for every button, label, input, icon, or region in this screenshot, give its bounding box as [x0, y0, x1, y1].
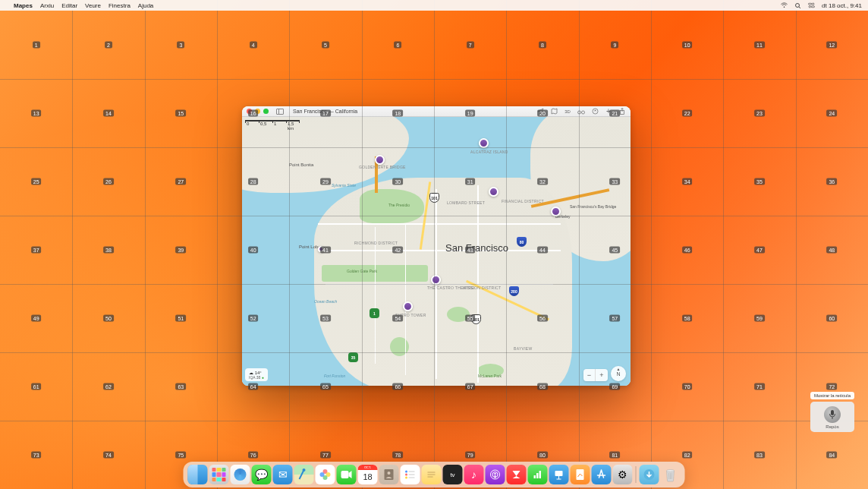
label-baybridge: San Francisco's Bay Bridge [570, 204, 616, 209]
dock-finder[interactable] [188, 465, 208, 484]
svg-point-41 [667, 470, 675, 472]
menu-window[interactable]: Finestra [108, 2, 131, 9]
svg-point-21 [405, 471, 407, 473]
add-icon[interactable]: + [605, 108, 612, 115]
map-pin[interactable] [431, 275, 441, 285]
share-icon[interactable] [618, 108, 626, 115]
svg-rect-18 [341, 471, 349, 478]
dock-news[interactable] [507, 465, 527, 484]
map-pin[interactable] [489, 187, 498, 197]
dock-notes[interactable] [422, 465, 442, 484]
dock-safari[interactable] [231, 465, 250, 484]
dock-settings[interactable]: ⚙ [613, 465, 633, 484]
svg-point-9 [593, 109, 598, 114]
dock-separator [636, 466, 637, 483]
close-button[interactable] [247, 109, 252, 114]
map-pin[interactable] [479, 138, 489, 148]
mode-3d-button[interactable]: 3D [564, 108, 571, 115]
zoom-out-button[interactable]: − [583, 369, 596, 381]
menubar: Mapes Arxiu Editar Veure Finestra Ajuda … [0, 0, 868, 11]
directions-icon[interactable] [591, 108, 599, 115]
menu-help[interactable]: Ajuda [138, 2, 153, 9]
voice-status-label: Repòs [813, 424, 851, 429]
minimize-button[interactable] [255, 109, 260, 114]
highway-shield-101: 101 [471, 314, 481, 324]
calendar-month: OCT. [358, 465, 378, 470]
label-lombard: LOMBARD STREET [447, 200, 485, 205]
sidebar-toggle-icon[interactable] [276, 109, 284, 115]
map-city-label: San Francisco [445, 242, 508, 254]
svg-point-20 [388, 472, 391, 475]
spotlight-icon[interactable] [794, 2, 801, 9]
control-center-icon[interactable] [808, 2, 815, 9]
dock-appstore[interactable] [592, 465, 612, 484]
label-ggb: GOLDEN GATE BRIDGE [359, 165, 397, 169]
dock-numbers[interactable] [528, 465, 548, 484]
microphone-icon[interactable] [824, 406, 841, 423]
svg-point-4 [813, 3, 814, 5]
label-ocean-beach: Ocean Beach [314, 299, 337, 304]
svg-point-6 [809, 6, 810, 8]
highway-shield-80: 80 [517, 237, 527, 247]
svg-point-1 [796, 3, 800, 7]
highway-shield-35: 35 [348, 352, 358, 362]
dock-mail[interactable]: ✉ [273, 465, 293, 484]
maps-window: San Francisco — California 3D + [242, 106, 631, 386]
dock-podcasts[interactable] [486, 465, 505, 484]
label-sutro: SUTRO TOWER [395, 313, 426, 317]
map-scale: 0 0,5 1 1,5 km [245, 120, 300, 123]
compass[interactable]: ▲ N [611, 366, 626, 381]
svg-rect-11 [831, 410, 834, 415]
binoculars-icon[interactable] [577, 108, 585, 115]
label-ggp: Golden Gate Park [347, 269, 377, 273]
dock-photos[interactable] [316, 465, 335, 484]
location-icon[interactable] [536, 108, 544, 115]
svg-point-8 [582, 111, 585, 114]
map-pin[interactable] [403, 301, 413, 311]
zoom-control: − + [583, 369, 608, 381]
dock-pages[interactable] [571, 465, 590, 484]
menu-edit[interactable]: Editar [61, 2, 77, 9]
svg-point-17 [320, 472, 325, 477]
dock-tv[interactable]: tv [443, 465, 463, 484]
dock-facetime[interactable] [337, 465, 357, 484]
label-bayview: BAYVIEW [514, 346, 533, 351]
svg-point-25 [405, 477, 407, 479]
label-mclaren: McLaren Park [478, 374, 502, 378]
dock-keynote[interactable] [549, 465, 569, 484]
label-fort-funston: Fort Funston [324, 374, 345, 378]
dock-reminders[interactable] [401, 465, 420, 484]
label-alcatraz: ALCATRAZ ISLAND [470, 150, 501, 154]
map-viewport[interactable]: San Francisco Point Bonita The Presidio … [242, 117, 631, 386]
menu-view[interactable]: Veure [85, 2, 101, 9]
dock-maps[interactable] [294, 465, 314, 484]
dock: 💬 ✉ OCT. 18 tv ♪ ⚙ [184, 462, 685, 487]
dock-launchpad[interactable] [209, 465, 229, 484]
svg-rect-36 [555, 471, 563, 476]
dock-downloads[interactable] [640, 465, 659, 484]
svg-rect-34 [536, 473, 539, 478]
dock-messages[interactable]: 💬 [252, 465, 272, 484]
dock-trash[interactable] [661, 465, 681, 484]
dock-music[interactable]: ♪ [464, 465, 484, 484]
map-mode-icon[interactable] [550, 108, 558, 115]
menu-file[interactable]: Arxiu [40, 2, 54, 9]
zoom-in-button[interactable]: + [596, 369, 608, 381]
svg-point-23 [405, 474, 407, 476]
menubar-clock[interactable]: dt 18 oct., 9:41 [822, 2, 862, 9]
fullscreen-button[interactable] [263, 109, 269, 114]
svg-rect-3 [809, 3, 813, 5]
svg-line-2 [799, 7, 800, 8]
app-menu[interactable]: Mapes [14, 2, 33, 9]
highway-shield-1: 1 [370, 308, 379, 318]
dock-contacts[interactable] [379, 465, 399, 484]
dock-calendar[interactable]: OCT. 18 [358, 465, 378, 484]
label-point-bonita: Point Bonita [289, 162, 313, 167]
label-castro: THE CASTRO THEATRE [427, 286, 465, 290]
map-pin[interactable] [318, 246, 324, 252]
weather-badge[interactable]: ☁ 14° IQA 38 ● [245, 368, 268, 381]
map-pin[interactable] [551, 207, 561, 216]
wifi-icon[interactable] [781, 2, 788, 9]
window-titlebar[interactable]: San Francisco — California 3D + [242, 106, 631, 117]
map-pin[interactable] [375, 155, 385, 165]
